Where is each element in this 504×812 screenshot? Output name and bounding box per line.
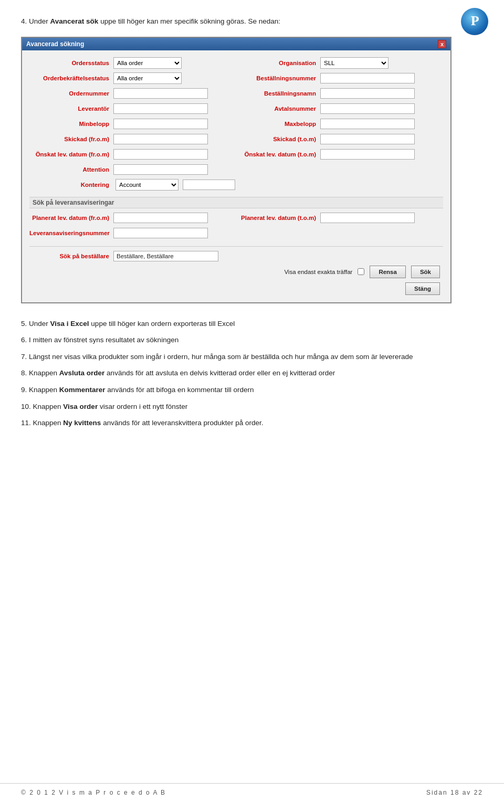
orderbekraftelsestatus-row: Orderbekräftelsestatus Alla order <box>29 72 236 85</box>
kontering-label: Kontering <box>29 182 113 188</box>
onskat-tom-input[interactable] <box>320 149 415 160</box>
bestallare-value: Beställare, Beställare <box>113 251 218 261</box>
maxbelopp-input[interactable] <box>320 119 415 129</box>
ordernummer-input[interactable] <box>113 88 208 99</box>
minbelopp-row: Minbelopp <box>29 118 236 130</box>
item-11: 11. Knappen Ny kvittens används för att … <box>21 417 483 429</box>
item7-number: 7. <box>21 353 27 361</box>
minbelopp-input[interactable] <box>113 119 208 129</box>
skickad-fro-input[interactable] <box>113 134 208 144</box>
leveransaviseringsnummer-row: Leveransaviseringsnummer <box>29 227 236 239</box>
item5-bold: Visa i Excel <box>50 320 89 328</box>
bestallningsnamn-input[interactable] <box>320 88 415 99</box>
bottom-area: Sök på beställare Beställare, Beställare… <box>29 246 443 295</box>
form-grid: Ordersstatus Alla order Orderbekräftelse… <box>29 56 443 195</box>
skickad-fro-label: Skickad (fr.o.m) <box>29 136 113 142</box>
avtalsnummer-row: Avtalsnummer <box>236 102 443 115</box>
ordersstatus-label: Ordersstatus <box>29 60 113 66</box>
planerat-tom-label: Planerat lev. datum (t.o.m) <box>236 215 320 221</box>
onskat-tom-label: Önskat lev. datum (t.o.m) <box>236 151 320 157</box>
item-5: 5. Under Visa i Excel uppe till höger ka… <box>21 318 483 330</box>
dialog-wrapper: Avancerad sökning x Ordersstatus Alla or… <box>21 37 483 303</box>
dialog-body: Ordersstatus Alla order Orderbekräftelse… <box>22 50 450 302</box>
form-left: Ordersstatus Alla order Orderbekräftelse… <box>29 56 236 195</box>
item10-bold: Visa order <box>63 403 98 410</box>
skickad-fro-row: Skickad (fr.o.m) <box>29 133 236 145</box>
item8-number: 8. <box>21 369 27 377</box>
bestallare-label: Sök på beställare <box>29 253 113 259</box>
footer-copyright: © 2 0 1 2 V i s m a P r o c e e d o A B <box>21 789 166 796</box>
bestallningsnummer-row: Beställningsnummer <box>236 72 443 85</box>
item11-number: 11. <box>21 419 31 427</box>
intro-paragraph: 4. Under Avancerat sök uppe till höger k… <box>21 16 483 27</box>
bestallningsnamn-label: Beställningsnamn <box>236 90 320 97</box>
onskat-fro-row: Önskat lev. datum (fr.o.m) <box>29 148 236 161</box>
kontering-input[interactable] <box>183 180 235 190</box>
planerat-fro-input[interactable] <box>113 213 208 223</box>
stang-button[interactable]: Stäng <box>405 282 440 295</box>
leverans-grid: Planerat lev. datum (fr.o.m) Leveransavi… <box>29 210 443 243</box>
numbered-items: 5. Under Visa i Excel uppe till höger ka… <box>21 318 483 429</box>
item-8: 8. Knappen Avsluta order används för att… <box>21 367 483 379</box>
organisation-label: Organisation <box>236 60 320 66</box>
leverantor-label: Leverantör <box>29 106 113 112</box>
leveransaviseringsnummer-input[interactable] <box>113 228 208 238</box>
visa-exakta-checkbox[interactable] <box>358 268 364 275</box>
minbelopp-label: Minbelopp <box>29 121 113 127</box>
visa-exakta-label: Visa endast exakta träffar <box>284 269 352 275</box>
attention-row: Attention <box>29 163 236 176</box>
leverantor-input[interactable] <box>113 103 208 114</box>
leveransaviseringsnummer-label: Leveransaviseringsnummer <box>29 230 113 236</box>
footer-page: Sidan 18 av 22 <box>426 789 483 796</box>
planerat-tom-row: Planerat lev. datum (t.o.m) <box>236 212 443 224</box>
avtalsnummer-label: Avtalsnummer <box>236 106 320 112</box>
organisation-select[interactable]: SLL <box>320 57 388 69</box>
item-10: 10. Knappen Visa order visar ordern i et… <box>21 401 483 413</box>
rensa-button[interactable]: Rensa <box>370 266 406 278</box>
bestallare-row: Sök på beställare Beställare, Beställare <box>29 251 443 261</box>
leverans-left: Planerat lev. datum (fr.o.m) Leveransavi… <box>29 210 236 243</box>
item11-bold: Ny kvittens <box>63 419 101 427</box>
skickad-tom-row: Skickad (t.o.m) <box>236 133 443 145</box>
onskat-tom-row: Önskat lev. datum (t.o.m) <box>236 148 443 161</box>
ordernummer-row: Ordernummer <box>29 87 236 100</box>
item9-number: 9. <box>21 386 27 394</box>
dialog-title: Avancerad sökning <box>26 40 84 48</box>
item4-bold: Avancerat sök <box>50 17 99 25</box>
maxbelopp-label: Maxbelopp <box>236 121 320 127</box>
leverantor-row: Leverantör <box>29 102 236 115</box>
logo <box>461 8 488 35</box>
maxbelopp-row: Maxbelopp <box>236 118 443 130</box>
ordersstatus-select[interactable]: Alla order <box>113 57 182 69</box>
planerat-tom-input[interactable] <box>320 213 415 223</box>
onskat-fro-label: Önskat lev. datum (fr.o.m) <box>29 151 113 157</box>
item4-text: Under <box>29 17 50 25</box>
section-leverans: Sök på leveransaviseringar <box>29 197 443 208</box>
leverans-right: Planerat lev. datum (t.o.m) <box>236 210 443 243</box>
planerat-fro-label: Planerat lev. datum (fr.o.m) <box>29 215 113 221</box>
avtalsnummer-input[interactable] <box>320 103 415 114</box>
bestallningsnummer-label: Beställningsnummer <box>236 75 320 81</box>
ordernummer-label: Ordernummer <box>29 90 113 97</box>
attention-input[interactable] <box>113 164 208 175</box>
ordersstatus-row: Ordersstatus Alla order <box>29 57 236 69</box>
item10-number: 10. <box>21 403 31 410</box>
item4-number: 4. <box>21 17 27 25</box>
onskat-fro-input[interactable] <box>113 149 208 160</box>
item9-bold: Kommentarer <box>59 386 106 394</box>
bestallningsnummer-input[interactable] <box>320 73 415 83</box>
dialog-titlebar: Avancerad sökning x <box>22 38 450 50</box>
kontering-select[interactable]: Account <box>116 179 178 191</box>
footer: © 2 0 1 2 V i s m a P r o c e e d o A B … <box>0 783 504 796</box>
skickad-tom-label: Skickad (t.o.m) <box>236 136 320 142</box>
dialog-close-button[interactable]: x <box>438 40 446 48</box>
sok-button[interactable]: Sök <box>411 266 440 278</box>
item5-number: 5. <box>21 320 27 328</box>
item-9: 9. Knappen Kommentarer används för att b… <box>21 384 483 396</box>
orderbekraftelsestatus-select[interactable]: Alla order <box>113 72 182 84</box>
planerat-fro-row: Planerat lev. datum (fr.o.m) <box>29 212 236 224</box>
form-right: Organisation SLL Beställningsnummer <box>236 56 443 195</box>
skickad-tom-input[interactable] <box>320 134 415 144</box>
item6-number: 6. <box>21 336 27 344</box>
spacer-row <box>236 163 443 176</box>
